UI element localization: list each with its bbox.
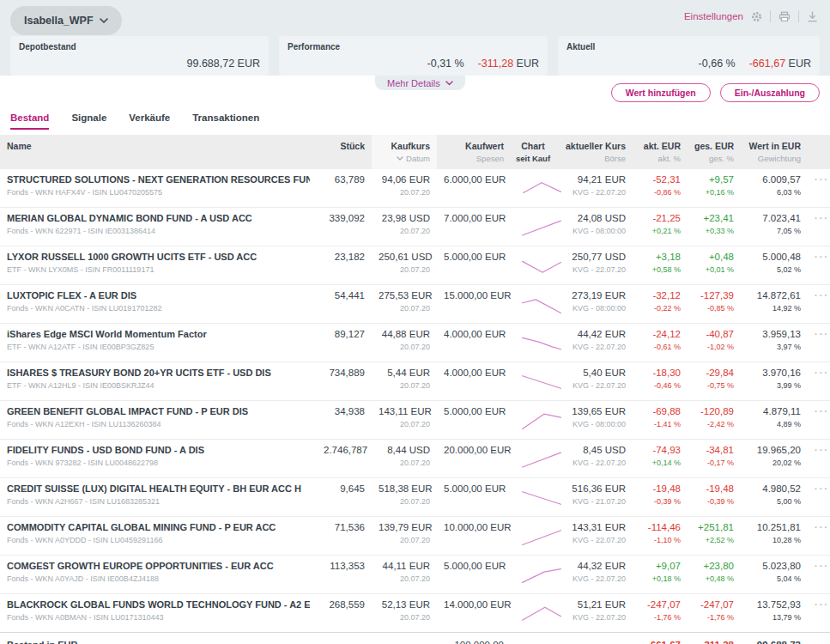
depotbestand-value: 99.688,72 EUR — [187, 58, 260, 70]
stueck-value: 9,645 — [324, 483, 365, 494]
col-akt-eur[interactable]: akt. EURakt. % — [633, 135, 688, 169]
kauf-datum: 20.07.20 — [379, 574, 430, 583]
kauf-datum: 20.07.20 — [379, 188, 430, 197]
fund-name: GREEN BENEFIT GLOBAL IMPACT FUND - P EUR… — [7, 406, 310, 416]
col-name[interactable]: Name — [0, 135, 317, 169]
ges-pct-value: -0,85 % — [694, 304, 734, 313]
row-menu-button[interactable]: ··· — [815, 290, 823, 301]
col-chart[interactable]: Chartseit Kauf — [511, 135, 555, 169]
wert-hinzufuegen-button[interactable]: Wert hinzufügen — [611, 83, 711, 102]
col-kaufkurs[interactable]: Kaufkurs Datum — [372, 135, 437, 169]
stueck-value: 89,127 — [324, 329, 365, 339]
boerse-info: KVG - 22.07.20 — [562, 343, 626, 351]
row-menu-button[interactable]: ··· — [815, 445, 823, 455]
row-menu-button[interactable]: ··· — [815, 213, 823, 223]
row-menu-button[interactable]: ··· — [815, 483, 823, 494]
table-row[interactable]: GREEN BENEFIT GLOBAL IMPACT FUND - P EUR… — [0, 401, 830, 440]
table-row[interactable]: ISHARES $ TREASURY BOND 20+YR UCITS ETF … — [0, 362, 830, 401]
boerse-info: KVG - 22.07.20 — [562, 381, 626, 390]
col-ges-eur[interactable]: ges. EURges. % — [688, 135, 741, 169]
table-row[interactable]: LYXOR RUSSELL 1000 GROWTH UCITS ETF - US… — [0, 246, 830, 285]
row-menu-button[interactable]: ··· — [815, 522, 823, 532]
ges-pct-value: -2,42 % — [694, 420, 734, 428]
fund-name: ISHARES $ TREASURY BOND 20+YR UCITS ETF … — [7, 368, 310, 378]
ges-eur-value: +23,80 — [694, 561, 734, 571]
akt-eur-value: -247,07 — [639, 599, 681, 610]
wert-value: 13.752,93 — [748, 599, 801, 610]
ges-eur-value: -40,87 — [694, 329, 734, 339]
row-menu-button[interactable]: ··· — [815, 368, 823, 378]
boerse-info: KVG - 22.07.20 — [562, 459, 626, 467]
table-row[interactable]: BLACKROCK GLOBAL FUNDS WORLD TECHNOLOGY … — [0, 594, 830, 633]
row-menu-button[interactable]: ··· — [815, 561, 823, 571]
table-row[interactable]: STRUCTURED SOLUTIONS - NEXT GENERATION R… — [0, 169, 830, 208]
tab-bestand[interactable]: Bestand — [10, 112, 49, 130]
ein-auszahlung-button[interactable]: Ein-/Auszahlung — [720, 83, 820, 102]
table-row[interactable]: COMMODITY CAPITAL GLOBAL MINING FUND - P… — [0, 517, 830, 556]
akt-pct-value: -0,61 % — [639, 343, 681, 351]
kaufkurs-value: 275,53 EUR — [379, 290, 430, 301]
fund-details: ETF - WKN A12ATF - ISIN IE00BP3GZ825 — [7, 343, 310, 351]
akt-eur-value: +3,18 — [639, 252, 681, 262]
akt-pct-value: -0,22 % — [639, 304, 681, 313]
wert-value: 3.970,16 — [748, 368, 801, 378]
table-row[interactable]: COMGEST GROWTH EUROPE OPPORTUNITIES - EU… — [0, 556, 830, 594]
wert-value: 7.023,41 — [748, 213, 801, 223]
download-icon[interactable] — [807, 11, 818, 22]
tab-signale[interactable]: Signale — [71, 112, 106, 130]
portfolio-selector[interactable]: Isabella_WPF — [10, 6, 122, 35]
card-label: Performance — [288, 42, 340, 52]
kauf-datum: 20.07.20 — [379, 343, 430, 351]
mehr-details-toggle[interactable]: Mehr Details — [375, 76, 465, 90]
row-menu-button[interactable]: ··· — [815, 174, 823, 185]
tab-bar: Bestand Signale Verkäufe Transaktionen — [10, 112, 830, 130]
printer-icon[interactable] — [779, 11, 791, 22]
tab-transaktionen[interactable]: Transaktionen — [192, 112, 259, 130]
aktueller-kurs-value: 5,40 EUR — [562, 368, 626, 378]
kauf-datum: 20.07.20 — [379, 459, 430, 467]
kaufwert-value: 20.000,00 EUR — [444, 445, 504, 455]
boerse-info: KVG - 08:00:00 — [562, 420, 626, 428]
row-menu-button[interactable]: ··· — [815, 329, 823, 339]
akt-eur-value: -19,48 — [639, 483, 681, 494]
sort-chevron-icon — [397, 156, 403, 161]
row-menu-button[interactable]: ··· — [815, 599, 823, 610]
table-row[interactable]: LUXTOPIC FLEX - A EUR DISFonds - WKN A0C… — [0, 285, 830, 324]
row-menu-button[interactable]: ··· — [815, 406, 823, 416]
akt-pct-value: +0,58 % — [639, 265, 681, 274]
table-row[interactable]: iShares Edge MSCI World Momentum FactorE… — [0, 324, 830, 362]
aktueller-kurs-value: 143,31 EUR — [562, 522, 626, 532]
kauf-datum: 20.07.20 — [379, 381, 430, 390]
col-stueck[interactable]: Stück — [317, 135, 372, 169]
row-menu-button[interactable]: ··· — [815, 252, 823, 262]
table-row[interactable]: MERIAN GLOBAL DYNAMIC BOND FUND - A USD … — [0, 208, 830, 246]
divider — [798, 10, 799, 22]
kaufkurs-value: 5,44 EUR — [379, 368, 430, 378]
fund-details: Fonds - WKN A0BMAN - ISIN LU0171310443 — [7, 613, 310, 622]
performance-amount: -311,28 — [478, 58, 513, 70]
col-wert-in-eur[interactable]: Wert in EURGewichtung — [741, 135, 808, 169]
tab-verkaeufe[interactable]: Verkäufe — [129, 112, 170, 130]
divider — [770, 10, 771, 22]
wert-value: 6.009,57 — [748, 174, 801, 185]
gewichtung-value: 3,97 % — [748, 343, 801, 351]
kaufkurs-value: 94,06 EUR — [379, 174, 430, 185]
ges-eur-value: -34,81 — [694, 445, 734, 455]
wert-value: 14.872,61 — [748, 290, 801, 301]
col-kaufwert[interactable]: KaufwertSpesen — [437, 135, 511, 169]
table-row[interactable]: CREDIT SUISSE (LUX) DIGITAL HEALTH EQUIT… — [0, 478, 830, 517]
stueck-value: 54,441 — [324, 290, 365, 301]
settings-label[interactable]: Einstellungen — [684, 11, 743, 21]
table-row[interactable]: FIDELITY FUNDS - USD BOND FUND - A DISFo… — [0, 440, 830, 478]
gear-icon[interactable] — [751, 11, 762, 22]
currency-label: EUR — [789, 58, 811, 70]
kaufkurs-value: 8,44 USD — [379, 445, 430, 455]
fund-details: Fonds - WKN HAFX4V - ISIN LU0470205575 — [7, 188, 310, 197]
col-aktueller-kurs[interactable]: aktueller KursBörse — [555, 135, 633, 169]
col-menu — [808, 135, 830, 169]
akt-pct-value: +0,21 % — [639, 227, 681, 235]
kaufwert-value: 14.000,00 EUR — [444, 599, 504, 610]
fund-details: Fonds - WKN A0YAJD - ISIN IE00B4ZJ4188 — [7, 574, 310, 583]
wert-value: 4.980,52 — [748, 483, 801, 494]
akt-eur-value: -24,12 — [639, 329, 681, 339]
